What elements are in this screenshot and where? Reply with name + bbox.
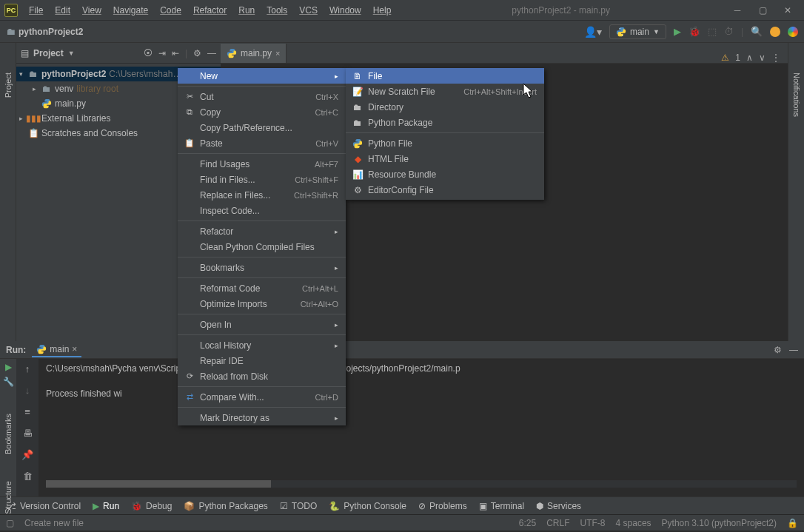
ctx-replace-in-files[interactable]: Replace in Files...Ctrl+Shift+R [178, 187, 346, 203]
tool-python-packages[interactable]: 📦Python Packages [184, 501, 267, 511]
caret-position[interactable]: 6:25 [519, 518, 536, 528]
close-button[interactable]: ✕ [776, 3, 800, 18]
menu-navigate[interactable]: Navigate [108, 3, 153, 18]
ctx-find-usages[interactable]: Find UsagesAlt+F7 [178, 156, 346, 172]
menu-refactor[interactable]: Refactor [188, 3, 232, 18]
close-run-tab-icon[interactable]: × [72, 344, 77, 354]
tool-terminal[interactable]: ▣Terminal [479, 501, 524, 511]
project-panel-title[interactable]: Project [33, 48, 64, 58]
user-icon[interactable]: 👤▾ [584, 26, 602, 38]
ctx-repair-ide[interactable]: Repair IDE [178, 353, 346, 368]
run-button[interactable]: ▶ [674, 26, 681, 37]
trash-icon[interactable]: 🗑 [23, 471, 33, 482]
file-encoding[interactable]: UTF-8 [580, 518, 606, 528]
profile-button[interactable]: ⏱ [724, 26, 734, 37]
soft-wrap-icon[interactable]: ≡ [24, 406, 30, 417]
locate-icon[interactable]: ⦿ [144, 48, 153, 58]
ctx-mark-directory[interactable]: Mark Directory as▸ [178, 410, 346, 425]
menu-file[interactable]: File [24, 3, 48, 18]
rerun-icon[interactable]: ▶ [5, 362, 12, 372]
ctx-copy[interactable]: ⧉CopyCtrl+C [178, 104, 346, 120]
down-stack-icon[interactable]: ↓ [25, 385, 30, 396]
menu-code[interactable]: Code [155, 3, 187, 18]
tool-todo[interactable]: ☑TODO [280, 501, 317, 511]
minimize-button[interactable]: ─ [726, 3, 749, 18]
tab-options-icon[interactable]: ⋮ [771, 53, 780, 63]
sub-new-scratch[interactable]: 📝New Scratch FileCtrl+Alt+Shift+Insert [346, 84, 544, 99]
menu-help[interactable]: Help [368, 3, 397, 18]
menu-tools[interactable]: Tools [261, 3, 292, 18]
lock-icon[interactable]: 🔒 [787, 518, 798, 528]
tool-problems[interactable]: ⊘Problems [418, 501, 467, 511]
up-stack-icon[interactable]: ↑ [25, 363, 30, 374]
settings-icon[interactable]: ⚙ [193, 48, 201, 58]
indent-info[interactable]: 4 spaces [616, 518, 651, 528]
editor-tab-main[interactable]: main.py × [221, 44, 287, 63]
ctx-find-in-files[interactable]: Find in Files...Ctrl+Shift+F [178, 172, 346, 187]
ctx-optimize-imports[interactable]: Optimize ImportsCtrl+Alt+O [178, 296, 346, 312]
sub-new-python-package[interactable]: 🖿Python Package [346, 115, 544, 130]
tool-debug[interactable]: 🐞Debug [131, 501, 172, 511]
tool-run[interactable]: ▶Run [93, 501, 119, 511]
notifications-tool-button[interactable]: Notifications [792, 73, 801, 117]
menu-vcs[interactable]: VCS [294, 3, 323, 18]
breadcrumb-root[interactable]: pythonProject2 [19, 27, 83, 37]
run-settings-icon[interactable]: ⚙ [774, 345, 782, 355]
print-icon[interactable]: 🖶 [23, 428, 33, 439]
run-tool-icon[interactable]: 🔧 [3, 377, 14, 387]
ctx-copy-path[interactable]: Copy Path/Reference... [178, 120, 346, 135]
menu-view[interactable]: View [77, 3, 107, 18]
bookmarks-tool-button[interactable]: Bookmarks [4, 414, 13, 454]
ctx-inspect-code[interactable]: Inspect Code... [178, 203, 346, 218]
project-tool-button[interactable]: Project [4, 73, 13, 98]
status-bar-icon[interactable]: ▢ [6, 518, 14, 528]
ctx-open-in[interactable]: Open In▸ [178, 317, 346, 332]
thumbtack-icon[interactable]: 📌 [21, 449, 33, 460]
python-interpreter[interactable]: Python 3.10 (pythonProject2) [662, 518, 777, 528]
ctx-cut[interactable]: ✂CutCtrl+X [178, 89, 346, 104]
sub-new-editorconfig[interactable]: ⚙EditorConfig File [346, 182, 544, 198]
code-with-me-icon[interactable] [788, 27, 798, 37]
debug-button[interactable]: 🐞 [689, 26, 700, 37]
run-config-selector[interactable]: main ▼ [609, 24, 666, 39]
ctx-compare-with[interactable]: ⇄Compare With...Ctrl+D [178, 389, 346, 405]
prev-highlight-icon[interactable]: ∧ [746, 53, 753, 63]
sub-new-resource-bundle[interactable]: 📊Resource Bundle [346, 166, 544, 182]
tool-services[interactable]: ⬢Services [536, 501, 581, 511]
hide-panel-icon[interactable]: — [207, 48, 216, 58]
ctx-paste[interactable]: 📋PasteCtrl+V [178, 135, 346, 151]
run-with-coverage-button[interactable]: ⬚ [708, 26, 717, 37]
close-tab-icon[interactable]: × [275, 49, 280, 58]
tool-version-control[interactable]: ⎇Version Control [6, 501, 81, 511]
ctx-local-history[interactable]: Local History▸ [178, 337, 346, 353]
ctx-reload-disk[interactable]: ⟳Reload from Disk [178, 368, 346, 384]
collapse-all-icon[interactable]: ⇤ [172, 48, 179, 58]
ctx-bookmarks[interactable]: Bookmarks▸ [178, 260, 346, 275]
ide-updates-icon[interactable] [770, 27, 780, 37]
structure-tool-button[interactable]: Structure [4, 481, 13, 514]
horizontal-scrollbar[interactable] [46, 480, 797, 488]
console-output[interactable]: C:\Users\mshah\Pycha venv\Scripts\python… [38, 359, 804, 496]
menu-window[interactable]: Window [324, 3, 366, 18]
sub-new-html-file[interactable]: ◆HTML File [346, 151, 544, 166]
menu-edit[interactable]: Edit [50, 3, 76, 18]
sub-new-directory[interactable]: 🖿Directory [346, 99, 544, 115]
run-tab-main[interactable]: main × [32, 343, 81, 357]
hide-run-icon[interactable]: — [789, 345, 798, 355]
maximize-button[interactable]: ▢ [751, 3, 774, 18]
ctx-clean-pyc[interactable]: Clean Python Compiled Files [178, 239, 346, 255]
inspection-warnings-icon[interactable]: ⚠ [721, 53, 729, 63]
ctx-new[interactable]: New▸ [178, 68, 346, 84]
next-highlight-icon[interactable]: ∨ [759, 53, 766, 63]
line-separator[interactable]: CRLF [546, 518, 569, 528]
tool-python-console[interactable]: 🐍Python Console [329, 501, 406, 511]
sub-new-python-file[interactable]: Python File [346, 135, 544, 151]
search-everywhere-button[interactable]: 🔍 [751, 26, 763, 37]
play-icon: ▶ [93, 501, 99, 511]
sub-new-file[interactable]: 🗎File [346, 68, 544, 84]
chevron-down-icon[interactable]: ▼ [68, 50, 75, 57]
ctx-reformat[interactable]: Reformat CodeCtrl+Alt+L [178, 280, 346, 296]
ctx-refactor[interactable]: Refactor▸ [178, 223, 346, 239]
expand-all-icon[interactable]: ⇥ [158, 48, 166, 58]
menu-run[interactable]: Run [233, 3, 260, 18]
